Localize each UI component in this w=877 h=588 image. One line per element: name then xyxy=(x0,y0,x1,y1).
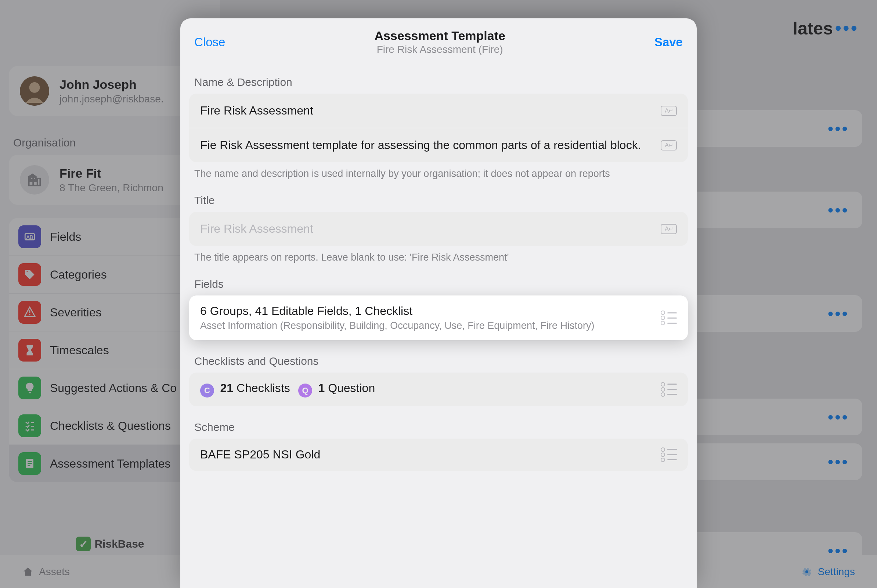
checklists-count: 21 Checklists xyxy=(220,381,290,394)
fields-detail: Asset Information (Responsibility, Build… xyxy=(200,320,656,332)
list-icon xyxy=(661,382,677,397)
list-icon xyxy=(661,310,677,325)
save-button[interactable]: Save xyxy=(655,35,683,49)
keyboard-icon xyxy=(661,140,677,150)
q-badge: Q xyxy=(298,384,312,398)
questions-count: 1 Question xyxy=(318,381,375,394)
name-desc-helper: The name and description is used interna… xyxy=(194,168,683,180)
title-placeholder: Fire Risk Assessment xyxy=(200,222,656,236)
keyboard-icon xyxy=(661,106,677,116)
description-field[interactable]: Fie Risk Assessment template for assessi… xyxy=(189,128,688,162)
title-field[interactable]: Fire Risk Assessment xyxy=(189,212,688,246)
checklists-card[interactable]: C 21 Checklists Q 1 Question xyxy=(189,372,688,406)
close-button[interactable]: Close xyxy=(194,35,225,49)
section-name-desc: Name & Description xyxy=(194,76,688,88)
scheme-value: BAFE SP205 NSI Gold xyxy=(200,448,656,461)
scheme-card[interactable]: BAFE SP205 NSI Gold xyxy=(189,439,688,471)
modal-header: Close Assessment Template Fire Risk Asse… xyxy=(180,18,697,66)
description-value: Fie Risk Assessment template for assessi… xyxy=(200,138,656,152)
c-badge: C xyxy=(200,384,214,398)
modal-subtitle: Fire Risk Assessment (Fire) xyxy=(374,44,505,56)
name-field[interactable]: Fire Risk Assessment xyxy=(189,94,688,128)
fields-summary: 6 Groups, 41 Editable Fields, 1 Checklis… xyxy=(200,304,656,318)
title-helper: The title appears on reports. Leave blan… xyxy=(194,252,683,263)
section-checklists: Checklists and Questions xyxy=(194,355,688,368)
fields-card[interactable]: 6 Groups, 41 Editable Fields, 1 Checklis… xyxy=(189,296,688,340)
section-title: Title xyxy=(194,194,688,207)
name-value: Fire Risk Assessment xyxy=(200,104,656,117)
section-scheme: Scheme xyxy=(194,421,688,434)
keyboard-icon xyxy=(661,224,677,234)
modal-body[interactable]: Name & Description Fire Risk Assessment … xyxy=(180,66,697,588)
list-icon xyxy=(661,447,677,462)
modal-sheet: Close Assessment Template Fire Risk Asse… xyxy=(180,18,697,588)
modal-title: Assessment Template xyxy=(374,28,505,43)
section-fields: Fields xyxy=(194,278,688,290)
